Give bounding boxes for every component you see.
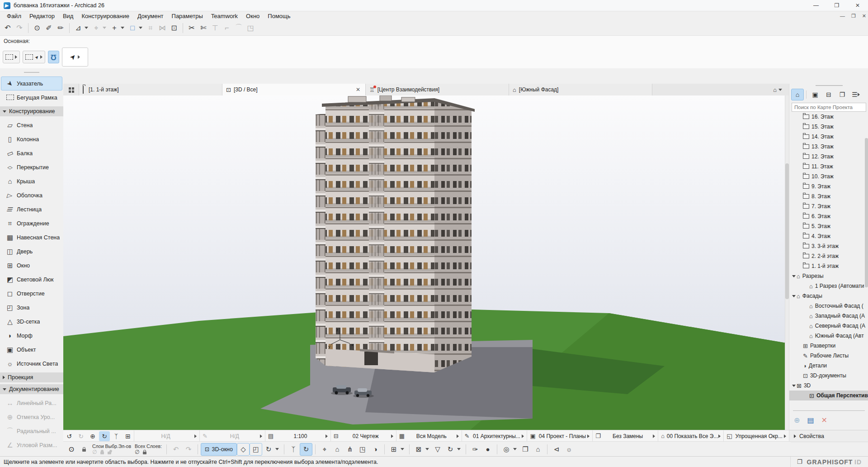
tree-item-7[interactable]: 9. Этаж [789,181,868,191]
tree-item-11[interactable]: 5. Этаж [789,221,868,231]
back-icon[interactable]: ↺ [64,431,75,441]
dropdown-arrow-icon[interactable] [784,434,786,438]
tab-close-icon[interactable]: ✕ [354,86,362,93]
tool-marquee[interactable]: Бегущая Рамка [1,91,62,105]
tree-item-22[interactable]: ⌂Южный Фасад (Авт [789,331,868,341]
tool-wall[interactable]: ▱Стена [1,118,62,132]
dropdown-arrow-icon[interactable] [391,434,393,438]
dropdown-arrow-icon[interactable] [326,434,328,438]
transform-icon[interactable]: ⊠ [412,443,425,456]
tool-light[interactable]: ☼Источник Света [1,357,62,371]
coordinates-icon[interactable]: ⌖ [90,22,102,34]
transform-box-icon[interactable]: ⊡ [168,22,180,34]
adjust-icon[interactable]: ✄ [198,22,209,34]
dropdown-caret-icon[interactable] [401,448,404,450]
lock-icon[interactable] [82,449,86,452]
tool-beam[interactable]: ▭Балка [1,146,62,160]
project-map-search-input[interactable] [792,103,866,112]
tool-dim-level[interactable]: ⊕Отметка Уро... [1,410,62,424]
filter-elements-icon[interactable]: ▽ [431,443,444,456]
tool-slab[interactable]: ◇Перекрытие [1,160,62,174]
3d-viewport[interactable]: z y x [63,95,789,430]
tree-item-25[interactable]: ◑Детали [789,361,868,371]
tool-opening[interactable]: ◻Отверстие [1,286,62,300]
doc-restore-button[interactable]: ❐ [851,13,856,19]
tool-railing[interactable]: ⌗Ограждение [1,216,62,230]
tree-item-12[interactable]: 4. Этаж [789,231,868,241]
menu-item-1[interactable]: Редактор [25,11,59,20]
lock-icon[interactable] [143,452,146,454]
quick-scale[interactable]: ▤1:100 [265,430,330,442]
tool-roof[interactable]: ⌂Крыша [1,174,62,188]
quick-pen-set[interactable]: ✎01 Архитектурны... [462,430,527,442]
rotate-view-icon[interactable]: ↻ [444,443,457,456]
selection-method-button[interactable]: ➤ [23,51,45,63]
dropdown-caret-icon[interactable] [103,27,106,29]
fillet-icon[interactable]: ⌒ [233,22,245,34]
marquee-method-button[interactable] [3,51,20,63]
menu-item-4[interactable]: Документ [133,11,168,20]
render-scene-icon[interactable]: ⌂ [532,443,544,456]
dropdown-arrow-icon[interactable] [718,434,721,438]
inject-parameters-icon[interactable]: ✐ [43,22,55,34]
magnet-toggle-button[interactable]: Ω [48,51,59,63]
add-viewpoint-button[interactable]: ⊕ [794,416,800,424]
trim-icon[interactable]: ⊤ [209,22,221,34]
undo-icon[interactable]: ↶ [2,22,14,34]
section-documentation[interactable]: Документирование [0,384,63,394]
3d-cutting-planes-icon[interactable]: ⊞ [387,443,400,456]
unfold-cube-icon[interactable]: ◳ [356,443,369,456]
properties-section-header[interactable]: Свойства [789,430,868,442]
tool-stair[interactable]: ☰Лестница [1,202,62,216]
tree-scrollbar-thumb[interactable] [865,138,868,287]
dropdown-arrow-icon[interactable] [653,434,655,438]
tool-skylight[interactable]: ◩Световой Люк [1,272,62,286]
dropdown-arrow-icon[interactable] [522,434,524,438]
tree-item-6[interactable]: 10. Этаж [789,172,868,181]
tree-item-2[interactable]: 14. Этаж [789,132,868,142]
quick-graphic-override[interactable]: ❐Без Замены [592,430,658,442]
resize-icon[interactable]: ◳ [245,22,256,34]
tree-item-17[interactable]: ⌂1 Разрез (Автомати [789,281,868,291]
pick-up-parameters-icon[interactable]: ⊙ [31,22,43,34]
orbit-mode-icon[interactable]: ↻ [300,443,312,456]
tool-object[interactable]: ▣Объект [1,343,62,357]
tab-overview-button[interactable] [63,84,79,95]
quick-layer-combination[interactable]: ⊟02 Чертеж [330,430,396,442]
view-map-icon[interactable]: ▣ [809,89,821,100]
menu-item-2[interactable]: Вид [59,11,78,20]
look-to-icon[interactable]: ⌖ [318,443,331,456]
walk-mode-icon[interactable]: ᛉ [111,431,122,441]
forward-icon[interactable]: ↻ [75,431,86,441]
section-design[interactable]: Конструирование [0,106,63,116]
quick-dimension-style[interactable]: ▣04 Проект - Планы [527,430,592,442]
photo-render-icon[interactable]: ◎ [500,443,513,456]
toolbox-drag-handle[interactable] [24,72,39,73]
tool-column[interactable]: ▯Колонна [1,132,62,146]
redo-icon[interactable]: ↷ [14,22,25,34]
tool-shell[interactable]: ▷Оболочка [1,188,62,202]
tool-dim-radial[interactable]: ⌒Радиальный ... [1,424,62,438]
tree-item-26[interactable]: ⊡3D-документы [789,371,868,381]
quick-renovation-filter[interactable]: ⌂00 Показать Все Э... [658,430,723,442]
tree-item-21[interactable]: ⌂Северный Фасад (А [789,321,868,331]
arrow-tool-big-button[interactable]: ➤ [62,48,88,67]
chevron-down-icon[interactable] [791,275,797,277]
dropdown-caret-icon[interactable] [85,27,88,29]
navigator-menu-icon[interactable]: ☰ [849,89,862,100]
tree-item-19[interactable]: ⌂Восточный Фасад ( [789,301,868,311]
hidden-eye-icon[interactable]: ∅ [135,449,139,455]
dropdown-caret-icon[interactable] [275,448,279,450]
tab-0[interactable]: [1. 1-й этаж] [79,84,222,95]
tab-3[interactable]: ⌂[Южный Фасад] [509,84,652,95]
tree-item-15[interactable]: 1. 1-й этаж [789,261,868,271]
project-map-icon[interactable]: ⌂ [791,89,804,100]
delete-viewpoint-button[interactable]: ✕ [821,416,827,424]
home-view-icon[interactable]: ⌂ [331,443,344,456]
tree-item-23[interactable]: ⊞Развертки [789,341,868,351]
render-settings-icon[interactable]: ❐ [519,443,532,456]
minimize-button[interactable]: — [806,0,826,11]
menu-item-3[interactable]: Конструирование [77,11,133,20]
stretch-icon[interactable]: ⋈ [156,22,168,34]
hidden-eye-icon[interactable]: ∅ [92,449,97,455]
